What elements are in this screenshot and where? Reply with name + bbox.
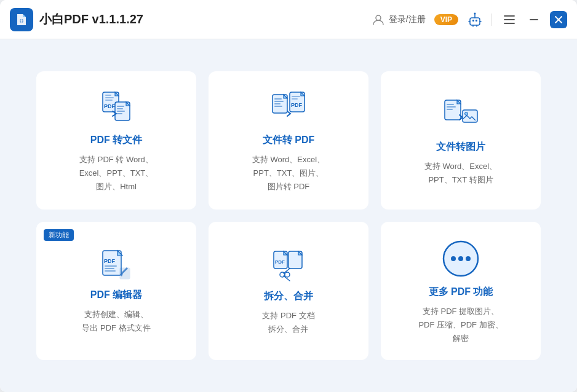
logo-area: 小白PDF v1.1.1.27: [10, 8, 143, 31]
svg-text:PDF: PDF: [291, 102, 303, 108]
card-more-pdf-title: 更多 PDF 功能: [429, 286, 493, 299]
svg-point-1: [376, 15, 381, 20]
new-badge: 新功能: [44, 229, 74, 241]
vip-badge[interactable]: VIP: [434, 14, 458, 25]
minimize-button[interactable]: [525, 11, 543, 28]
titlebar: 小白PDF v1.1.1.27 登录/注册 VIP: [0, 0, 577, 39]
svg-rect-33: [105, 265, 117, 267]
svg-point-30: [465, 112, 468, 115]
card-file-to-img[interactable]: 文件转图片 支持 Word、Excel、PPT、TXT 转图片: [381, 71, 541, 210]
card-file-to-img-desc: 支持 Word、Excel、PPT、TXT 转图片: [424, 160, 497, 187]
app-title: 小白PDF v1.1.1.27: [39, 11, 143, 28]
login-button[interactable]: 登录/注册: [372, 13, 426, 26]
card-pdf-to-file[interactable]: PDF PDF 转文件 支持 PDF 转 Word、Excel、PPT、TXT、…: [36, 71, 196, 210]
card-file-to-img-title: 文件转图片: [436, 141, 485, 154]
robot-icon[interactable]: [467, 12, 483, 28]
svg-rect-7: [105, 95, 111, 96]
svg-rect-28: [447, 109, 453, 110]
titlebar-right: 登录/注册 VIP: [372, 11, 567, 28]
svg-point-45: [466, 256, 471, 261]
card-split-merge-title: 拆分、合并: [264, 290, 313, 303]
card-more-pdf[interactable]: 更多 PDF 功能 支持 PDF 提取图片、PDF 压缩、PDF 加密、解密: [381, 222, 541, 360]
svg-rect-4: [476, 20, 477, 22]
svg-rect-23: [292, 96, 300, 97]
card-more-pdf-desc: 支持 PDF 提取图片、PDF 压缩、PDF 加密、解密: [418, 305, 503, 345]
svg-rect-24: [292, 98, 298, 100]
pdf-editor-icon: PDF: [98, 249, 135, 281]
svg-point-41: [285, 272, 290, 277]
svg-text:PDF: PDF: [104, 103, 116, 109]
svg-text:PDF: PDF: [275, 259, 285, 265]
svg-rect-35: [105, 270, 116, 272]
card-split-merge-desc: 支持 PDF 文档拆分、合并: [262, 309, 314, 336]
svg-rect-18: [274, 101, 284, 102]
cards-grid: PDF PDF 转文件 支持 PDF 转 Word、Excel、PPT、TXT、…: [36, 71, 541, 361]
main-content: PDF PDF 转文件 支持 PDF 转 Word、Excel、PPT、TXT、…: [0, 39, 577, 392]
svg-point-43: [451, 256, 456, 261]
svg-point-5: [474, 12, 476, 14]
svg-rect-9: [105, 100, 113, 101]
svg-rect-34: [105, 268, 114, 269]
file-to-img-icon: [442, 96, 479, 133]
close-button[interactable]: [550, 11, 567, 28]
card-file-to-pdf[interactable]: PDF 文件转 PDF 支持 Word、Excel、PPT、TXT、图片、图片转…: [209, 71, 368, 210]
svg-rect-3: [472, 20, 474, 22]
svg-rect-13: [117, 108, 123, 109]
svg-rect-20: [274, 106, 282, 107]
svg-rect-27: [447, 106, 456, 108]
app-window: 小白PDF v1.1.1.27 登录/注册 VIP: [0, 0, 577, 392]
more-pdf-icon: [441, 239, 480, 278]
pdf-to-file-icon: PDF: [98, 90, 135, 127]
card-pdf-editor[interactable]: 新功能 PDF PDF 编辑器 支持创建、编辑、导出 P: [36, 222, 196, 360]
file-to-pdf-icon: PDF: [270, 90, 307, 127]
svg-rect-2: [470, 18, 480, 25]
svg-rect-8: [105, 97, 114, 98]
card-pdf-editor-title: PDF 编辑器: [90, 289, 142, 302]
window-controls: [501, 11, 567, 28]
svg-rect-17: [274, 98, 282, 100]
app-logo: [10, 8, 33, 31]
svg-point-44: [458, 256, 463, 261]
card-pdf-to-file-title: PDF 转文件: [90, 134, 142, 147]
card-file-to-pdf-title: 文件转 PDF: [263, 134, 314, 147]
svg-rect-19: [274, 103, 281, 104]
split-merge-icon: PDF: [270, 249, 307, 283]
login-label: 登录/注册: [389, 14, 426, 25]
menu-button[interactable]: [501, 11, 518, 28]
svg-rect-12: [117, 106, 124, 107]
card-pdf-to-file-desc: 支持 PDF 转 Word、Excel、PPT、TXT、图片、Html: [79, 153, 154, 194]
user-icon: [372, 13, 385, 26]
card-split-merge[interactable]: PDF 拆分、合并 支持 PDF 文档拆分、合并: [209, 222, 368, 360]
card-file-to-pdf-desc: 支持 Word、Excel、PPT、TXT、图片、图片转 PDF: [252, 153, 325, 194]
svg-rect-14: [117, 111, 125, 112]
svg-rect-15: [117, 113, 122, 114]
card-pdf-editor-desc: 支持创建、编辑、导出 PDF 格式文件: [82, 308, 150, 335]
divider: [491, 14, 492, 26]
svg-text:PDF: PDF: [104, 258, 116, 264]
svg-rect-26: [447, 104, 454, 105]
